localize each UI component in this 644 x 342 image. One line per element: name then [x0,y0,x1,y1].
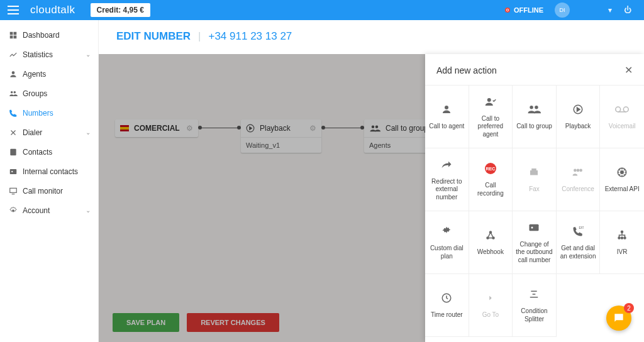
action-tile-call-to-preferred-agent[interactable]: Call to preferred agent [469,86,513,148]
sidebar-item-account[interactable]: Account⌄ [0,201,98,220]
tile-label: Call to agent [429,123,464,131]
svg-point-28 [621,171,624,174]
internal-icon [9,167,23,176]
sidebar-item-dialer[interactable]: Dialer⌄ [0,123,98,142]
svg-point-6 [14,91,16,93]
groups-icon [9,89,23,98]
tile-label: Go To [482,311,499,319]
chevron-down-icon[interactable]: ▾ [601,6,619,14]
svg-point-36 [621,231,623,233]
power-icon[interactable]: ⏻ [619,6,636,14]
monitor-icon [9,187,23,196]
fax-icon [528,165,540,179]
sidebar-item-label: Internal contacts [23,167,78,176]
sidebar-item-label: Agents [23,70,46,79]
sidebar-item-dashboard[interactable]: Dashboard [0,25,98,45]
svg-rect-2 [10,35,13,38]
action-tile-fax: Fax [513,148,557,211]
panel-title: Add new action [436,65,497,75]
ivr-icon [616,228,628,242]
tile-label: Fax [529,185,540,194]
status-dot-icon [505,8,510,13]
title-separator: | [198,30,201,43]
svg-rect-7 [10,148,16,155]
redirect-icon [441,158,452,172]
status-offline[interactable]: OFFLINE [505,6,543,14]
phone-icon [9,109,23,118]
action-tile-call-to-group[interactable]: Call to group [513,86,557,148]
chat-badge: 2 [624,303,634,313]
dialer-icon [9,128,23,137]
add-action-panel: Add new action ✕ Call to agentCall to pr… [425,54,644,342]
agent-icon [9,70,23,79]
chat-fab[interactable]: 2 [606,306,631,331]
sidebar-item-groups[interactable]: Groups [0,84,98,103]
svg-point-5 [11,91,13,93]
svg-point-26 [579,169,582,172]
action-tile-change-of-the-outbound-call-number[interactable]: Change of the outbound call number [513,211,557,274]
avatar[interactable]: DI [555,3,570,18]
page-number: +34 911 23 13 27 [208,30,292,43]
sidebar-item-agents[interactable]: Agents [0,64,98,84]
sidebar-item-label: Account [23,206,50,215]
svg-rect-8 [10,168,17,174]
sidebar-item-contacts[interactable]: Contacts [0,142,98,162]
sidebar-item-call-monitor[interactable]: Call monitor [0,181,98,201]
topbar: cloudtalk Credit: 4,95 € OFFLINE DI ▾ ⏻ [0,0,644,20]
sidebar-item-internal-contacts[interactable]: Internal contacts [0,162,98,181]
person-icon [441,102,452,116]
svg-rect-22 [530,170,538,175]
action-tile-condition-splitter[interactable]: Condition Splitter [513,274,557,337]
goto-icon [486,291,495,305]
close-icon[interactable]: ✕ [625,64,633,76]
action-tile-playback[interactable]: Playback [557,86,601,148]
svg-point-25 [577,169,580,172]
sidebar-item-label: Contacts [23,148,52,157]
sidebar: DashboardStatistics⌄AgentsGroupsNumbersD… [0,20,99,342]
action-tile-call-recording[interactable]: RECCall recording [469,148,513,211]
sidebar-item-label: Statistics [23,50,53,59]
action-tile-get-and-dial-an-extension[interactable]: EXTGet and dial an extension [557,211,601,274]
clock-icon [441,291,452,305]
conference-icon [572,165,584,179]
person-check-icon [484,95,497,109]
action-tile-go-to: Go To [469,274,513,337]
contacts-icon [9,148,23,157]
gear-icon [441,224,452,238]
action-tile-custom-dial-plan[interactable]: Custom dial plan [425,211,469,274]
svg-point-17 [530,106,534,109]
tile-label: Condition Splitter [515,307,553,323]
action-tile-ivr[interactable]: IVR [600,211,644,274]
svg-point-39 [624,237,626,239]
svg-rect-1 [14,31,17,35]
group-icon [527,102,541,116]
sidebar-item-label: Call monitor [23,187,63,196]
svg-point-37 [618,237,620,239]
svg-point-4 [12,71,15,74]
svg-point-21 [624,107,629,112]
sidebar-item-label: Groups [23,89,47,98]
credit-badge[interactable]: Credit: 4,95 € [91,3,150,17]
action-tile-external-api[interactable]: External API [600,148,644,211]
sidebar-item-numbers[interactable]: Numbers [0,103,98,123]
page-title: EDIT NUMBER | +34 911 23 13 27 [99,20,644,54]
sidebar-item-label: Numbers [23,109,53,118]
sidebar-item-label: Dialer [23,128,42,137]
action-grid: Call to agentCall to preferred agentCall… [425,85,644,337]
svg-point-9 [11,170,13,172]
menu-icon[interactable] [8,6,19,14]
tile-label: Call to group [516,123,552,131]
action-tile-time-router[interactable]: Time router [425,274,469,337]
tile-label: Redirect to external number [428,178,466,202]
action-tile-redirect-to-external-number[interactable]: Redirect to external number [425,148,469,211]
action-tile-webhook[interactable]: Webhook [469,211,513,274]
status-label: OFFLINE [514,6,543,14]
page-title-label: EDIT NUMBER [116,30,191,43]
sidebar-item-statistics[interactable]: Statistics⌄ [0,45,98,64]
stats-icon [9,50,23,59]
action-tile-call-to-agent[interactable]: Call to agent [425,86,469,148]
tile-label: Conference [562,185,594,194]
sidebar-item-label: Dashboard [23,31,60,40]
tile-label: Time router [431,311,463,319]
tile-label: Call recording [472,182,510,197]
